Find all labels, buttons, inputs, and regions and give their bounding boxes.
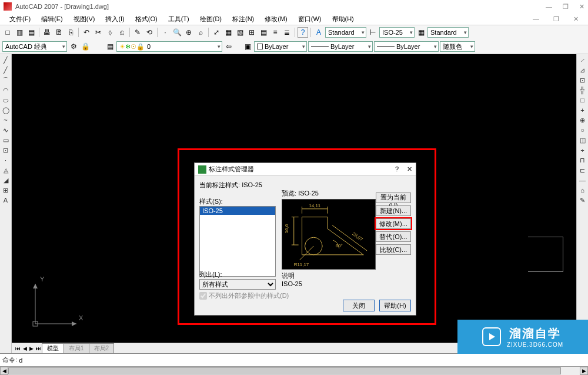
pan-icon[interactable]: · [160, 27, 171, 38]
set-current-button[interactable]: 置为当前(U) [376, 193, 411, 203]
menu-format[interactable]: 格式(O) [132, 14, 161, 25]
calc-icon[interactable]: ≣ [282, 27, 292, 38]
chamfer-icon[interactable]: ⌂ [578, 185, 587, 195]
menu-dimension[interactable]: 标注(N) [229, 14, 258, 25]
region-icon[interactable]: ⊞ [1, 185, 11, 195]
menu-window[interactable]: 窗口(W) [295, 14, 325, 25]
override-button[interactable]: 替代(O)... [376, 231, 411, 242]
help-button[interactable]: 帮助(H) [379, 300, 411, 311]
plot-style-dropdown[interactable]: 随颜色 [440, 41, 475, 52]
workspace-lock-icon[interactable]: 🔒 [80, 41, 91, 52]
join-icon[interactable]: — [578, 175, 587, 185]
compare-button[interactable]: 比较(C)... [376, 244, 411, 255]
table-style-dropdown[interactable]: Standard [427, 27, 469, 38]
tab-layout2[interactable]: 布局2 [89, 343, 115, 354]
point-icon[interactable]: · [1, 155, 11, 165]
gradient-icon[interactable]: ◢ [1, 175, 11, 185]
layer-manager-icon[interactable]: ▤ [105, 41, 115, 52]
doc-close-button[interactable]: ✕ [570, 14, 582, 24]
fillet-icon[interactable]: ✎ [578, 195, 587, 205]
new-button[interactable]: 新建(N)... [376, 205, 411, 216]
arc-icon[interactable]: ◯ [1, 105, 11, 115]
tab-layout1[interactable]: 布局1 [64, 343, 89, 354]
menu-edit[interactable]: 编辑(E) [38, 14, 66, 25]
text-style-icon[interactable]: A [313, 27, 324, 38]
help-icon[interactable]: ? [298, 27, 308, 38]
scroll-right-icon[interactable]: ▶ [580, 367, 588, 375]
design-center-icon[interactable]: ▦ [223, 27, 233, 38]
table-style-icon[interactable]: ▦ [416, 27, 426, 38]
close-button[interactable]: ✕ [579, 3, 584, 11]
paste-icon[interactable]: ⎀ [105, 27, 115, 38]
plot-preview-icon[interactable]: 🖹 [54, 27, 64, 38]
menu-tools[interactable]: 工具(T) [165, 14, 193, 25]
styles-listbox[interactable]: ISO-25 [199, 206, 276, 277]
dialog-close-button[interactable]: ✕ [407, 165, 412, 173]
mirror-icon[interactable]: ⊡ [578, 75, 587, 85]
copy-icon[interactable]: ✂ [93, 27, 103, 38]
circle-icon[interactable]: ~ [1, 115, 11, 125]
dim-style-dropdown[interactable]: ISO-25 [379, 27, 415, 38]
save-icon[interactable]: ▤ [26, 27, 36, 38]
new-icon[interactable]: □ [2, 27, 13, 38]
block-icon[interactable]: ⊡ [1, 145, 11, 155]
copy-obj-icon[interactable]: ⊿ [578, 65, 587, 75]
dialog-help-button[interactable]: ? [395, 165, 399, 173]
spline-icon[interactable]: ∿ [1, 125, 11, 135]
menu-draw[interactable]: 绘图(D) [196, 14, 225, 25]
menu-view[interactable]: 视图(V) [70, 14, 99, 25]
rectangle-icon[interactable]: ⬭ [1, 95, 11, 105]
open-icon[interactable]: ▥ [14, 27, 25, 38]
quickcalc-icon[interactable]: ≡ [270, 27, 280, 38]
match-icon[interactable]: ⎌ [116, 27, 127, 38]
polygon-icon[interactable]: ◠ [1, 85, 11, 95]
sheet-set-icon[interactable]: ⊞ [246, 27, 257, 38]
doc-maximize-button[interactable]: ❐ [550, 14, 563, 24]
xline-icon[interactable]: ╱ [1, 65, 11, 75]
horizontal-scrollbar[interactable]: ◀ ▶ [0, 366, 588, 375]
move-icon[interactable]: + [578, 105, 587, 115]
zoom-extents-icon[interactable]: ⌕ [195, 27, 206, 38]
tool-palette-icon[interactable]: ▧ [235, 27, 245, 38]
trim-icon[interactable]: ÷ [578, 145, 587, 155]
undo-icon[interactable]: ✎ [132, 27, 143, 38]
style-item-iso25[interactable]: ISO-25 [200, 207, 275, 215]
command-input[interactable] [19, 357, 586, 364]
break-icon[interactable]: ⊏ [578, 165, 587, 175]
bylayer-color-dropdown[interactable]: ByLayer [254, 41, 307, 52]
ellipse-icon[interactable]: ▭ [1, 135, 11, 145]
workspace-settings-icon[interactable]: ⚙ [68, 41, 79, 52]
workspace-dropdown[interactable]: AutoCAD 经典 [2, 41, 67, 52]
menu-file[interactable]: 文件(F) [6, 14, 34, 25]
close-button[interactable]: 关闭 [343, 300, 375, 311]
rotate-icon[interactable]: ⊕ [578, 115, 587, 125]
publish-icon[interactable]: ⎘ [65, 27, 76, 38]
text-style-dropdown[interactable]: Standard [325, 27, 366, 38]
doc-minimize-button[interactable]: — [529, 14, 543, 24]
polyline-icon[interactable]: ⌒ [1, 75, 11, 85]
zoom-icon[interactable]: ⊕ [183, 27, 194, 38]
cut-icon[interactable]: ↶ [81, 27, 92, 38]
print-icon[interactable]: 🖶 [42, 27, 52, 38]
stretch-icon[interactable]: ◫ [578, 135, 587, 145]
scroll-left-icon[interactable]: ◀ [0, 367, 8, 375]
erase-icon[interactable]: ⟋ [578, 55, 587, 65]
tab-model[interactable]: 模型 [42, 343, 64, 354]
line-icon[interactable]: ╱ [1, 55, 11, 65]
zoom-in-icon[interactable]: 🔍 [172, 27, 182, 38]
redo-icon[interactable]: ⟲ [144, 27, 155, 38]
markup-icon[interactable]: ▤ [258, 27, 269, 38]
hatch-icon[interactable]: ◬ [1, 165, 11, 175]
menu-modify[interactable]: 修改(M) [261, 14, 291, 25]
scale-icon[interactable]: ○ [578, 125, 587, 135]
list-filter-select[interactable]: 所有样式 [199, 279, 276, 290]
array-icon[interactable]: □ [578, 95, 587, 105]
tab-next-icon[interactable]: ▶ [28, 346, 35, 351]
menu-insert[interactable]: 插入(I) [102, 14, 128, 25]
text-icon[interactable]: A [1, 195, 11, 205]
canvas[interactable]: X Y 标注样式管理器 ? ✕ 当前标注样式: IS [12, 54, 576, 343]
extend-icon[interactable]: ⊓ [578, 155, 587, 165]
menu-help[interactable]: 帮助(H) [329, 14, 358, 25]
bylayer-linetype-dropdown[interactable]: ByLayer [308, 41, 373, 52]
offset-icon[interactable]: ╬ [578, 85, 587, 95]
